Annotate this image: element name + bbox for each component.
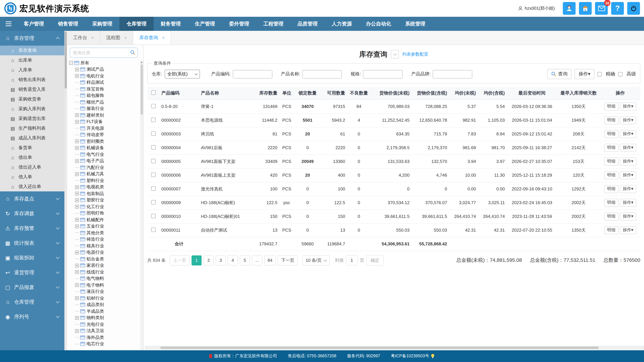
expand-icon[interactable]: +: [75, 198, 79, 202]
nav-item-采购管理[interactable]: 采购管理: [85, 17, 120, 31]
row-actions-dropdown-button[interactable]: 操作▾: [620, 130, 636, 138]
tab-库存查询[interactable]: 库存查询×: [133, 31, 171, 44]
tree-node-模具行业[interactable]: 模具行业: [69, 243, 143, 249]
page-size-select[interactable]: 10 条/页: [302, 255, 330, 265]
help-button[interactable]: ?: [611, 2, 624, 15]
expand-icon[interactable]: +: [75, 146, 79, 150]
select-all-checkbox[interactable]: [151, 90, 156, 95]
tree-node-成品类别[interactable]: 成品类别: [69, 302, 143, 308]
sidebar-item-借入还出单[interactable]: ⌂借入还出单: [0, 182, 64, 191]
sidebar-group-序列号[interactable]: ◉序列号: [0, 309, 64, 324]
sidebar-group-库存调拨[interactable]: ↻库存调拨: [0, 206, 64, 221]
sidebar-item-出库单[interactable]: ⌂出库单: [0, 55, 64, 65]
tree-node-电器行业[interactable]: +电器行业: [69, 249, 143, 256]
row-actions-dropdown-button[interactable]: 操作▾: [620, 144, 636, 152]
detail-button[interactable]: 明细: [604, 130, 618, 138]
nav-item-客户管理[interactable]: 客户管理: [17, 17, 51, 31]
support-button[interactable]: [563, 2, 576, 15]
tree-node-电芯行业[interactable]: 电芯行业: [69, 341, 143, 347]
expand-icon[interactable]: +: [75, 225, 79, 228]
row-checkbox[interactable]: [151, 131, 156, 136]
expand-icon[interactable]: +: [75, 329, 79, 333]
row-actions-dropdown-button[interactable]: 操作▾: [620, 226, 636, 234]
tree-node-五金行业[interactable]: +五金行业: [69, 223, 143, 230]
tree-node-铝材行业[interactable]: +铝材行业: [69, 295, 143, 302]
tree-node-包装制品[interactable]: +包装制品: [69, 190, 143, 197]
actions-dropdown-button[interactable]: 操作▾: [574, 69, 594, 79]
detail-button[interactable]: 明细: [604, 185, 618, 193]
detail-button[interactable]: 明细: [604, 212, 618, 220]
next-page-button[interactable]: 下一页: [278, 255, 298, 265]
tree-node-测试产品[interactable]: +测试产品: [69, 66, 143, 73]
home-button[interactable]: [579, 2, 592, 15]
expand-icon[interactable]: +: [75, 316, 79, 320]
tree-node-化工行业[interactable]: +化工行业: [69, 203, 143, 210]
tree-node-照明灯饰[interactable]: 照明灯饰: [69, 210, 143, 217]
tree-node-其他分类[interactable]: 其他分类: [69, 230, 143, 236]
sidebar-item-库存查询[interactable]: ⌂库存查询: [0, 45, 64, 55]
page-button-5[interactable]: 5: [240, 255, 250, 265]
close-icon[interactable]: ×: [124, 35, 127, 40]
detail-button[interactable]: 明细: [604, 144, 618, 152]
nav-item-销售管理[interactable]: 销售管理: [51, 17, 85, 31]
mail-button[interactable]: 10: [595, 2, 608, 15]
expand-icon[interactable]: +: [75, 172, 79, 176]
exact-checkbox[interactable]: [598, 72, 602, 76]
tree-node-半成品类[interactable]: 半成品类: [69, 308, 143, 315]
tree-scrollbar[interactable]: [140, 60, 143, 350]
tree-node-服装行业[interactable]: 服装行业: [69, 105, 143, 112]
sidebar-group-库存盘点[interactable]: ⌂库存盘点: [0, 191, 64, 206]
collapse-icon[interactable]: −: [69, 61, 73, 65]
sidebar-item-备货单[interactable]: ⌂备货单: [0, 143, 64, 152]
row-actions-dropdown-button[interactable]: 操作▾: [620, 157, 636, 165]
row-checkbox[interactable]: [151, 159, 156, 163]
title-dropdown-button[interactable]: [391, 50, 399, 59]
detail-button[interactable]: 明细: [604, 226, 618, 234]
prev-page-button[interactable]: 上一页: [170, 255, 190, 265]
tree-node-电气物料[interactable]: 电气物料: [69, 275, 143, 282]
row-checkbox[interactable]: [151, 104, 156, 108]
tree-node-FLT设备[interactable]: +FLT设备: [69, 118, 143, 125]
sidebar-scrollbar[interactable]: [64, 31, 67, 350]
filter-input-2[interactable]: [363, 70, 402, 78]
expand-icon[interactable]: +: [75, 120, 79, 124]
sidebar-item-采购入库列表[interactable]: ⌂采购入库列表: [0, 104, 64, 114]
goto-confirm-button[interactable]: 确定: [366, 255, 384, 265]
tree-node-电子物料[interactable]: +电子物料: [69, 282, 143, 289]
expand-icon[interactable]: +: [75, 297, 79, 300]
tree-node-密封圈类[interactable]: +密封圈类: [69, 138, 143, 145]
sidebar-item-销售出库列表[interactable]: ⌂销售出库列表: [0, 75, 64, 84]
close-icon[interactable]: ×: [162, 35, 164, 40]
close-icon[interactable]: ×: [91, 35, 94, 40]
tab-工作台[interactable]: 工作台×: [67, 31, 100, 44]
sidebar-item-借入单[interactable]: ⌂借入单: [0, 172, 64, 182]
expand-icon[interactable]: +: [75, 185, 79, 189]
tree-node-电气行业[interactable]: 电气行业: [69, 151, 143, 158]
tree-node-铸造行业[interactable]: 铸造行业: [69, 236, 143, 243]
filter-input-1[interactable]: [302, 70, 342, 78]
row-checkbox[interactable]: [151, 186, 156, 191]
tree-node-海外品类[interactable]: 海外品类: [69, 334, 143, 341]
goto-page-input[interactable]: [346, 255, 358, 265]
advanced-checkbox[interactable]: [618, 72, 622, 76]
tree-node-建材类别[interactable]: +建材类别: [69, 112, 143, 118]
expand-icon[interactable]: +: [75, 140, 79, 143]
sidebar-group-统计报表[interactable]: ▦统计报表: [0, 236, 64, 250]
sidebar-item-借出还入单[interactable]: ⌂借出还入单: [0, 162, 64, 172]
tree-node-样品测试[interactable]: 样品测试: [69, 79, 143, 86]
detail-button[interactable]: 明细: [604, 199, 618, 207]
filter-input-3[interactable]: [433, 70, 472, 78]
collapse-menu-icon[interactable]: [0, 17, 17, 31]
sidebar-group-组装拆卸[interactable]: ▣组装拆卸: [0, 250, 64, 265]
sidebar-group-产品报废[interactable]: ▢产品报废: [0, 280, 64, 295]
sidebar-item-销售退货入库[interactable]: ▤销售退货入库: [0, 84, 64, 94]
logout-button[interactable]: [627, 2, 640, 15]
tree-node-光电行业[interactable]: 光电行业: [69, 321, 143, 328]
tree-node-root[interactable]: −所有: [69, 60, 143, 66]
sidebar-item-采购退货出库[interactable]: ▤采购退货出库: [0, 114, 64, 123]
tree-node-线缆行业[interactable]: +线缆行业: [69, 269, 143, 275]
user-info[interactable]: hzx001(郑小姐): [518, 5, 555, 11]
nav-item-人力资源[interactable]: 人力资源: [325, 17, 359, 31]
row-actions-dropdown-button[interactable]: 操作▾: [620, 185, 636, 193]
sidebar-item-入库单[interactable]: ⌂入库单: [0, 65, 64, 75]
